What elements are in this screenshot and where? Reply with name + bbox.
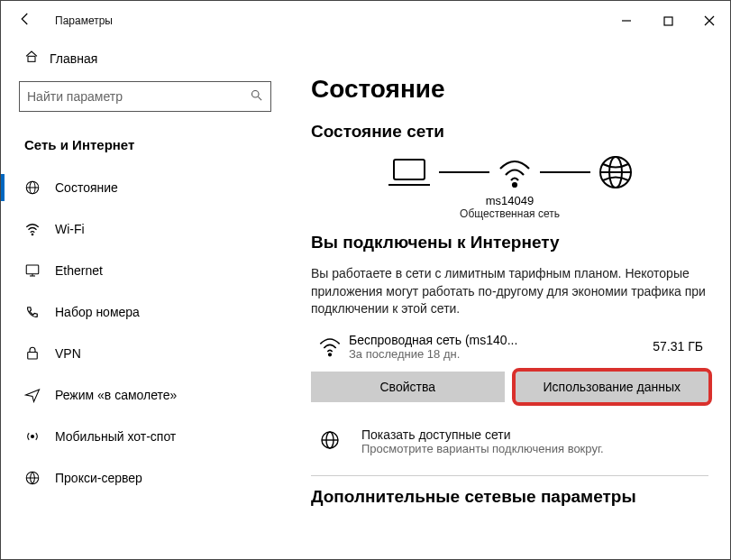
sidebar-item-label: Wi-Fi xyxy=(55,222,85,236)
sidebar-item-vpn[interactable]: VPN xyxy=(1,333,289,374)
airplane-icon xyxy=(24,387,55,403)
globe-icon xyxy=(311,427,349,451)
wifi-icon xyxy=(497,156,533,188)
network-diagram xyxy=(311,154,708,190)
connected-text: Вы работаете в сети с лимитным тарифным … xyxy=(311,265,708,318)
sidebar-item-proxy[interactable]: Прокси-сервер xyxy=(1,457,289,499)
connection-sub: За последние 18 дн. xyxy=(349,347,653,361)
page-title: Состояние xyxy=(311,75,708,104)
search-input[interactable]: Найти параметр xyxy=(19,81,271,112)
additional-heading: Дополнительные сетевые параметры xyxy=(311,487,708,507)
sidebar-item-label: Ethernet xyxy=(55,263,103,278)
svg-line-6 xyxy=(258,96,261,100)
proxy-icon xyxy=(24,470,55,486)
sidebar-nav: Состояние Wi-Fi Ethernet Набор номера xyxy=(1,167,289,499)
properties-button[interactable]: Свойства xyxy=(311,372,505,402)
available-sub: Просмотрите варианты подключения вокруг. xyxy=(361,442,604,455)
connection-name: Беспроводная сеть (ms140... xyxy=(349,333,653,347)
connection-usage: 57.31 ГБ xyxy=(653,339,708,353)
connection-row: Беспроводная сеть (ms140... За последние… xyxy=(311,333,708,361)
sidebar-item-label: Состояние xyxy=(55,180,118,195)
sidebar-item-label: Набор номера xyxy=(55,305,140,319)
sidebar-item-airplane[interactable]: Режим «в самолете» xyxy=(1,374,289,416)
sidebar-item-status[interactable]: Состояние xyxy=(1,167,289,208)
sidebar-item-label: Мобильный хот-спот xyxy=(55,429,176,444)
sidebar: Главная Найти параметр Сеть и Интернет С… xyxy=(1,41,289,559)
svg-rect-14 xyxy=(28,353,38,360)
connected-heading: Вы подключены к Интернету xyxy=(311,233,708,252)
connection-buttons: Свойства Использование данных xyxy=(311,372,708,402)
titlebar: Параметры xyxy=(1,1,730,41)
globe-icon xyxy=(24,179,55,196)
svg-point-10 xyxy=(32,234,33,235)
svg-rect-1 xyxy=(664,17,672,25)
sidebar-item-hotspot[interactable]: Мобильный хот-спот xyxy=(1,416,289,457)
search-icon xyxy=(250,88,263,105)
diagram-nettype: Общественная сеть xyxy=(311,207,708,220)
sidebar-item-label: Режим «в самолете» xyxy=(55,388,177,402)
maximize-button[interactable] xyxy=(647,7,689,34)
dialup-icon xyxy=(24,304,55,320)
laptop-icon xyxy=(387,156,432,188)
globe-icon xyxy=(598,154,634,190)
ethernet-icon xyxy=(24,262,55,279)
svg-rect-17 xyxy=(394,160,425,179)
svg-point-5 xyxy=(252,91,260,98)
home-icon xyxy=(24,50,50,67)
close-button[interactable] xyxy=(689,7,730,34)
data-usage-button[interactable]: Использование данных xyxy=(516,372,709,402)
svg-rect-4 xyxy=(28,56,35,61)
window-title: Параметры xyxy=(55,14,113,27)
available-title: Показать доступные сети xyxy=(361,427,604,442)
sidebar-home[interactable]: Главная xyxy=(1,41,289,76)
wifi-icon xyxy=(24,221,55,237)
connector-line xyxy=(439,171,489,173)
svg-rect-11 xyxy=(26,265,39,274)
sidebar-item-label: VPN xyxy=(55,346,81,361)
sidebar-item-label: Прокси-сервер xyxy=(55,471,142,485)
main-content: Состояние Состояние сети ms14049 Обществ… xyxy=(289,41,730,559)
connector-line xyxy=(540,171,590,173)
divider xyxy=(311,475,708,476)
sidebar-home-label: Главная xyxy=(50,51,97,66)
sidebar-item-ethernet[interactable]: Ethernet xyxy=(1,250,289,291)
sidebar-item-dialup[interactable]: Набор номера xyxy=(1,291,289,333)
hotspot-icon xyxy=(24,428,55,445)
network-status-heading: Состояние сети xyxy=(311,122,708,142)
svg-point-23 xyxy=(329,353,332,356)
wifi-icon xyxy=(311,335,349,357)
search-placeholder: Найти параметр xyxy=(27,89,250,104)
window-controls xyxy=(606,7,730,34)
diagram-ssid: ms14049 xyxy=(311,194,708,207)
svg-point-19 xyxy=(513,183,516,187)
sidebar-item-wifi[interactable]: Wi-Fi xyxy=(1,208,289,250)
back-button[interactable] xyxy=(17,11,44,31)
minimize-button[interactable] xyxy=(606,7,647,34)
available-networks-link[interactable]: Показать доступные сети Просмотрите вари… xyxy=(311,427,708,455)
vpn-icon xyxy=(24,345,55,362)
sidebar-section-heading: Сеть и Интернет xyxy=(1,128,289,167)
svg-point-15 xyxy=(32,436,34,438)
